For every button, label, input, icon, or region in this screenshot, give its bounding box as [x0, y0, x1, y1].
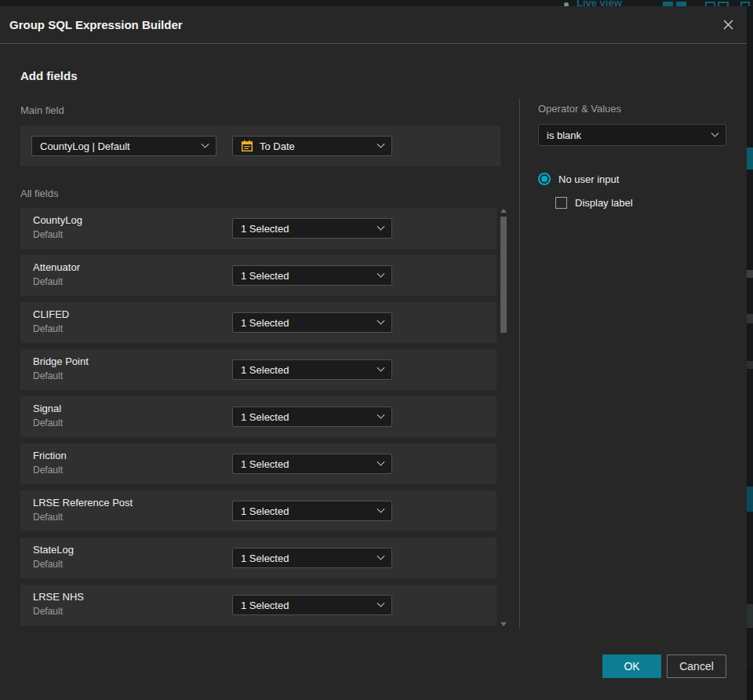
main-field-select[interactable]: CountyLog | Default	[31, 136, 216, 156]
field-selected-value: 1 Selected	[241, 270, 289, 282]
chevron-down-icon	[711, 129, 719, 137]
field-subtitle: Default	[33, 512, 63, 523]
chevron-down-icon	[377, 363, 385, 371]
all-fields-list: CountyLog Default 1 Selected Attenuator …	[20, 208, 497, 632]
scroll-down-arrow-icon[interactable]	[500, 622, 507, 626]
cancel-button[interactable]: Cancel	[667, 654, 726, 678]
field-selected-value: 1 Selected	[241, 411, 289, 423]
operator-select[interactable]: is blank	[538, 124, 726, 146]
field-name: StateLog	[33, 544, 74, 556]
field-row: CountyLog Default 1 Selected	[20, 208, 497, 249]
background-app-topbar: Live view	[0, 0, 753, 6]
list-scrollbar[interactable]	[500, 208, 507, 632]
no-user-input-label: No user input	[558, 173, 619, 185]
ok-button[interactable]: OK	[602, 654, 661, 678]
field-selected-dropdown[interactable]: 1 Selected	[232, 501, 392, 521]
scroll-up-arrow-icon[interactable]	[500, 209, 507, 213]
field-row: Friction Default 1 Selected	[20, 443, 497, 484]
field-subtitle: Default	[33, 323, 63, 334]
field-selected-value: 1 Selected	[241, 223, 289, 235]
chevron-down-icon	[377, 458, 385, 465]
chevron-down-icon	[377, 410, 385, 418]
field-subtitle: Default	[33, 370, 63, 381]
field-row: CLIFED Default 1 Selected	[20, 302, 497, 343]
field-selected-dropdown[interactable]: 1 Selected	[232, 218, 392, 239]
add-fields-heading: Add fields	[20, 69, 78, 82]
field-row: LRSE NHS Default 1 Selected	[20, 585, 497, 625]
field-name: Bridge Point	[33, 355, 89, 367]
calendar-date-icon	[241, 140, 253, 152]
field-row: Signal Default 1 Selected	[20, 396, 497, 437]
field-row: LRSE Reference Post Default 1 Selected	[20, 490, 497, 531]
field-name: CLIFED	[33, 308, 69, 320]
operator-values-label: Operator & Values	[538, 103, 621, 115]
chevron-down-icon	[377, 552, 385, 560]
field-row: StateLog Default 1 Selected	[20, 538, 497, 578]
close-icon[interactable]	[718, 16, 737, 35]
field-selected-value: 1 Selected	[241, 458, 289, 470]
field-name: Attenuator	[33, 261, 80, 273]
field-name: CountyLog	[33, 214, 82, 226]
panel-divider	[519, 98, 520, 628]
dialog-title: Group SQL Expression Builder	[9, 18, 183, 31]
field-subtitle: Default	[33, 229, 63, 240]
radio-selected-icon	[538, 173, 551, 185]
field-subtitle: Default	[33, 606, 63, 617]
field-selected-dropdown[interactable]: 1 Selected	[232, 548, 392, 568]
no-user-input-radio[interactable]: No user input	[538, 173, 619, 185]
field-name: Friction	[33, 450, 67, 461]
field-selected-dropdown[interactable]: 1 Selected	[232, 359, 392, 380]
field-name: LRSE Reference Post	[33, 497, 133, 509]
live-view-label: Live view	[577, 0, 622, 6]
field-subtitle: Default	[33, 417, 63, 428]
chevron-down-icon	[377, 316, 385, 324]
chevron-down-icon	[202, 140, 209, 148]
chevron-down-icon	[377, 269, 385, 277]
field-selected-dropdown[interactable]: 1 Selected	[232, 312, 392, 333]
field-subtitle: Default	[33, 465, 63, 476]
main-field-select-value: CountyLog | Default	[40, 140, 130, 152]
chevron-down-icon	[377, 599, 385, 607]
main-field-label: Main field	[20, 104, 64, 116]
field-row: Attenuator Default 1 Selected	[20, 255, 497, 296]
field-selected-value: 1 Selected	[241, 317, 289, 329]
dialog-header: Group SQL Expression Builder	[0, 6, 747, 44]
chevron-down-icon	[377, 505, 385, 512]
field-selected-dropdown[interactable]: 1 Selected	[232, 454, 392, 474]
main-field-value-select[interactable]: To Date	[232, 136, 392, 156]
display-label-label: Display label	[575, 197, 633, 209]
field-selected-dropdown[interactable]: 1 Selected	[232, 265, 392, 286]
chevron-down-icon	[377, 222, 385, 230]
operator-select-value: is blank	[547, 129, 581, 141]
main-field-container: CountyLog | Default To Date	[20, 126, 500, 166]
field-selected-dropdown[interactable]: 1 Selected	[232, 595, 392, 615]
background-app-right-sliver	[747, 6, 753, 700]
chevron-down-icon	[377, 140, 385, 148]
field-selected-value: 1 Selected	[241, 600, 289, 611]
field-name: Signal	[33, 403, 61, 414]
field-name: LRSE NHS	[33, 591, 84, 603]
field-subtitle: Default	[33, 559, 63, 570]
field-selected-value: 1 Selected	[241, 505, 289, 517]
group-sql-expression-builder-dialog: Group SQL Expression Builder Add fields …	[0, 6, 747, 700]
scrollbar-thumb[interactable]	[500, 217, 507, 333]
field-selected-dropdown[interactable]: 1 Selected	[232, 407, 392, 427]
all-fields-label: All fields	[20, 188, 58, 199]
field-selected-value: 1 Selected	[241, 364, 289, 376]
main-field-value-select-value: To Date	[260, 140, 295, 152]
field-selected-value: 1 Selected	[241, 552, 289, 564]
field-subtitle: Default	[33, 276, 63, 287]
display-label-checkbox[interactable]: Display label	[555, 197, 633, 209]
field-row: Bridge Point Default 1 Selected	[20, 349, 497, 390]
checkbox-unchecked-icon	[555, 197, 567, 209]
